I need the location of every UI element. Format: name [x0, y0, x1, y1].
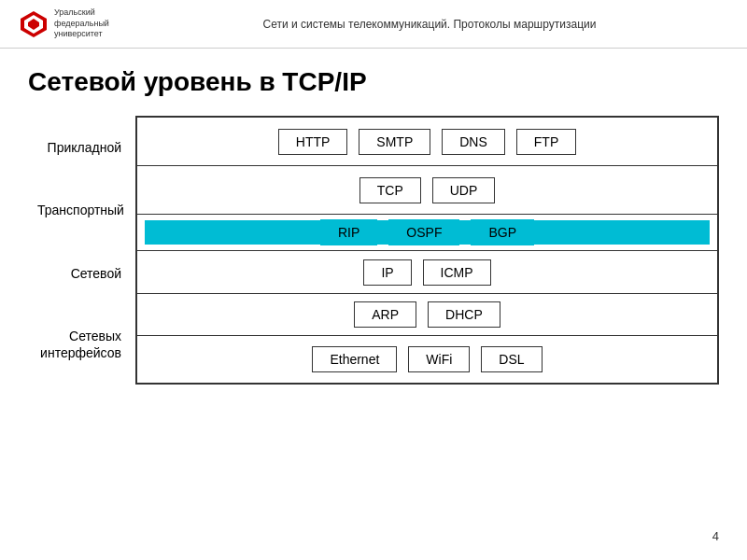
transport-layer-label: Транспортный — [37, 202, 121, 218]
logo-area: Уральский федеральный университет — [19, 7, 131, 40]
logo-text: Уральский федеральный университет — [54, 7, 109, 40]
protocol-diagram: HTTP SMTP DNS FTP TCP UDP RIP OSPF BGP I… — [135, 116, 719, 385]
dns-box: DNS — [442, 129, 505, 155]
dhcp-box: DHCP — [428, 301, 500, 328]
udp-box: UDP — [432, 177, 496, 203]
network-layer-row1: IP ICMP — [137, 251, 717, 294]
main-content: Сетевой уровень в TCP/IP Прикладной Тран… — [0, 49, 747, 394]
ip-box: IP — [363, 259, 411, 286]
page-number: 4 — [712, 529, 719, 543]
bgp-box: BGP — [471, 219, 534, 245]
diagram-container: Прикладной Транспортный Сетевой Сетевых … — [37, 116, 719, 385]
arp-box: ARP — [354, 301, 416, 328]
ospf-box: OSPF — [388, 219, 459, 245]
application-layer-label: Прикладной — [37, 139, 121, 156]
network-layer-label: Сетевой — [37, 265, 121, 282]
rip-box: RIP — [320, 219, 377, 245]
ethernet-box: Ethernet — [312, 346, 397, 372]
icmp-box: ICMP — [423, 259, 491, 286]
wifi-box: WiFi — [408, 346, 470, 372]
application-layer-row: HTTP SMTP DNS FTP — [137, 118, 717, 166]
interface-layer-row: Ethernet WiFi DSL — [137, 336, 717, 383]
transport-layer-row: TCP UDP — [137, 166, 717, 215]
dsl-box: DSL — [481, 346, 542, 372]
layer-labels: Прикладной Транспортный Сетевой Сетевых … — [37, 116, 121, 385]
page-title: Сетевой уровень в TCP/IP — [28, 67, 719, 97]
tcp-box: TCP — [359, 177, 421, 203]
university-logo-icon — [19, 9, 49, 39]
smtp-box: SMTP — [359, 129, 430, 155]
ftp-box: FTP — [516, 129, 576, 155]
http-box: HTTP — [278, 129, 348, 155]
header: Уральский федеральный университет Сети и… — [0, 0, 747, 49]
routing-layer-row: RIP OSPF BGP — [137, 215, 717, 251]
header-title: Сети и системы телекоммуникаций. Протоко… — [131, 18, 728, 31]
network-layer-row2: ARP DHCP — [137, 294, 717, 336]
interface-layer-label: Сетевых интерфейсов — [37, 328, 121, 361]
